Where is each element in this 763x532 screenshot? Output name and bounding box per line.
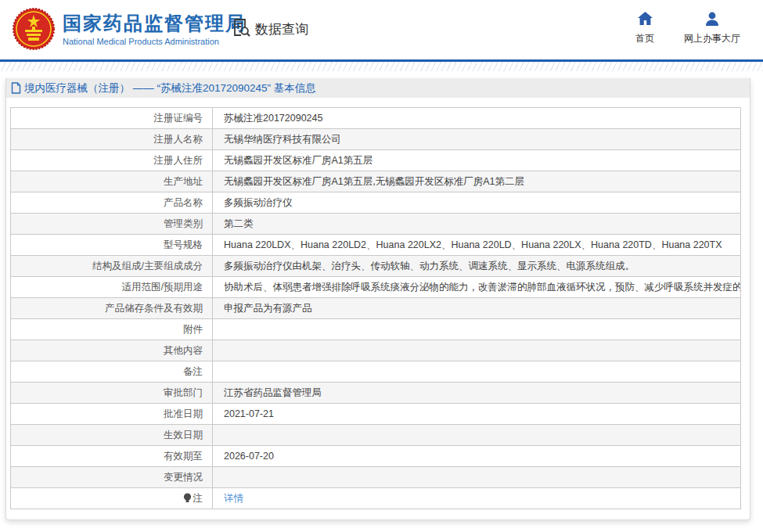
document-icon	[11, 82, 21, 94]
data-query-tab[interactable]: 数据查询	[231, 17, 308, 41]
row-label: 适用范围/预期用途	[122, 282, 203, 293]
row-value	[213, 319, 741, 340]
nav-service-hall[interactable]: 网上办事大厅	[678, 11, 746, 45]
home-icon	[611, 11, 678, 28]
row-value: Huana 220LDX、Huana 220LD2、Huana 220LX2、H…	[213, 235, 741, 256]
detail-link[interactable]: 详情	[224, 493, 243, 504]
row-label: 注册人住所	[154, 155, 203, 166]
nav-home[interactable]: 首页	[611, 11, 678, 45]
row-value: 江苏省药品监督管理局	[213, 383, 741, 404]
table-row: 注册人住所 无锡蠡园开发区标准厂房A1第五层	[11, 150, 741, 171]
info-table: 注册证编号 苏械注准20172090245 注册人名称 无锡华纳医疗科技有限公司…	[10, 107, 741, 509]
top-nav: 首页 网上办事大厅	[611, 11, 746, 45]
site-title: 国家药品监督管理局	[63, 12, 246, 35]
hatch-strip	[0, 62, 763, 71]
row-value	[213, 361, 741, 383]
site-subtitle: National Medical Products Administration	[63, 37, 246, 46]
row-label: 注册人名称	[154, 134, 203, 145]
breadcrumb: 境内医疗器械（注册） —— “苏械注准20172090245” 基本信息	[6, 78, 750, 98]
row-value: 无锡华纳医疗科技有限公司	[213, 129, 741, 150]
table-row: 变更情况	[11, 467, 741, 488]
table-row: 产品名称 多频振动治疗仪	[11, 192, 741, 214]
row-label: 注	[193, 493, 203, 504]
table-row: 适用范围/预期用途 协助术后、体弱患者增强排除呼吸系统痰液分泌物的能力，改善淤滞…	[11, 277, 741, 298]
national-emblem-icon	[13, 8, 55, 50]
row-value: 申报产品为有源产品	[213, 298, 741, 319]
table-row: 管理类别 第二类	[11, 214, 741, 235]
row-value: 2021-07-21	[213, 404, 741, 425]
table-row: 附件	[11, 319, 741, 340]
table-row: 其他内容	[11, 340, 741, 361]
row-value	[213, 340, 741, 361]
row-label: 型号规格	[164, 239, 203, 250]
table-row: 审批部门 江苏省药品监督管理局	[11, 383, 741, 404]
row-label: 结构及组成/主要组成成分	[92, 261, 203, 271]
row-label: 管理类别	[164, 218, 203, 229]
row-value: 无锡蠡园开发区标准厂房A1第五层	[213, 150, 741, 171]
row-label: 审批部门	[164, 387, 203, 398]
row-label: 变更情况	[164, 472, 203, 483]
table-row: 有效期至 2026-07-20	[11, 446, 741, 467]
row-value: 无锡蠡园开发区标准厂房A1第五层,无锡蠡园开发区标准厂房A1第二层	[213, 171, 741, 192]
table-row: 型号规格 Huana 220LDX、Huana 220LD2、Huana 220…	[11, 235, 741, 256]
row-label: 生产地址	[164, 176, 203, 187]
row-value: 第二类	[213, 214, 741, 235]
row-label: 其他内容	[164, 345, 203, 356]
table-row: 注册人名称 无锡华纳医疗科技有限公司	[11, 129, 741, 150]
row-value	[213, 467, 741, 488]
row-label: 有效期至	[164, 451, 203, 462]
row-value: 2026-07-20	[213, 446, 741, 467]
bulb-icon	[183, 493, 192, 505]
content-card: 境内医疗器械（注册） —— “苏械注准20172090245” 基本信息 注册证…	[5, 78, 750, 520]
page-title: 境内医疗器械（注册） —— “苏械注准20172090245” 基本信息	[24, 81, 316, 95]
row-value	[213, 425, 741, 446]
info-table-body: 注册证编号 苏械注准20172090245 注册人名称 无锡华纳医疗科技有限公司…	[11, 108, 741, 509]
row-label: 备注	[183, 366, 203, 377]
table-row: 生效日期	[11, 425, 741, 446]
table-row: 结构及组成/主要组成成分 多频振动治疗仪由机架、治疗头、传动软轴、动力系统、调速…	[11, 256, 741, 277]
nav-service-hall-label: 网上办事大厅	[678, 32, 746, 45]
row-label: 附件	[183, 324, 203, 335]
site-logo[interactable]: 国家药品监督管理局 National Medical Products Admi…	[13, 8, 246, 50]
row-value: 详情	[213, 488, 741, 509]
site-header: 国家药品监督管理局 National Medical Products Admi…	[0, 0, 763, 59]
table-row: 生产地址 无锡蠡园开发区标准厂房A1第五层,无锡蠡园开发区标准厂房A1第二层	[11, 171, 741, 192]
row-label: 批准日期	[164, 408, 203, 419]
table-row: 产品储存条件及有效期 申报产品为有源产品	[11, 298, 741, 319]
data-query-label: 数据查询	[255, 20, 308, 38]
row-label: 生效日期	[164, 430, 203, 440]
table-row: 注册证编号 苏械注准20172090245	[11, 108, 741, 129]
row-value: 苏械注准20172090245	[213, 108, 741, 129]
row-value: 多频振动治疗仪由机架、治疗头、传动软轴、动力系统、调速系统、显示系统、电源系统组…	[213, 256, 741, 277]
user-icon	[678, 11, 746, 28]
doc-search-icon	[231, 17, 251, 41]
table-row: 注 详情	[11, 488, 741, 509]
table-row: 批准日期 2021-07-21	[11, 404, 741, 425]
row-value: 协助术后、体弱患者增强排除呼吸系统痰液分泌物的能力，改善淤滞的肺部血液循环状况，…	[213, 277, 741, 298]
row-value: 多频振动治疗仪	[213, 192, 741, 214]
row-label: 产品名称	[164, 197, 203, 208]
row-label: 注册证编号	[154, 113, 203, 124]
nav-home-label: 首页	[611, 32, 678, 45]
row-label: 产品储存条件及有效期	[105, 303, 203, 314]
table-row: 备注	[11, 361, 741, 383]
